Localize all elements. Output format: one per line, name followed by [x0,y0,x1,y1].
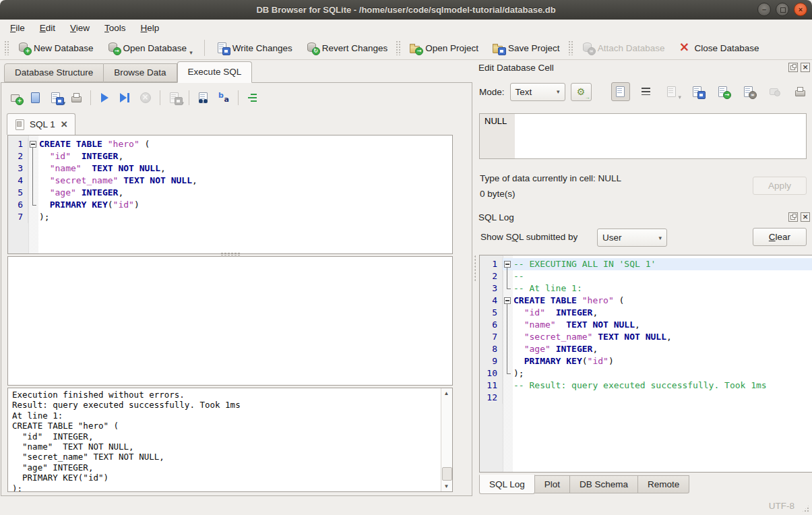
copy-cell-link-button[interactable] [739,82,758,101]
export-cell-data-badge [723,91,731,99]
save-cell-data-button[interactable] [688,82,707,101]
main-area: Database StructureBrowse DataExecute SQL… [0,59,812,497]
maximize-button[interactable] [776,3,789,16]
write-changes-button[interactable]: Write Changes [210,38,299,58]
menu-edit[interactable]: Edit [32,20,63,36]
word-wrap-button[interactable] [637,82,656,101]
sql-tab-sql1[interactable]: SQL 1 ✕ [7,113,75,135]
code-text: "id" INTEGER, [512,307,598,319]
minimize-button[interactable]: – [757,3,771,16]
mode-label: Mode: [479,87,505,97]
text-mode-button[interactable] [611,82,630,101]
scrollbar-thumb[interactable] [442,467,452,481]
open-sql-file-icon [30,92,42,104]
resize-grip[interactable] [801,504,810,513]
tab-execute-sql[interactable]: Execute SQL [177,61,253,83]
save-results-badge [175,97,183,105]
open-project-button[interactable]: Open Project [402,38,485,58]
open-cell-data-icon [666,86,678,98]
title-bar[interactable]: DB Browser for SQLite - /home/user/code/… [0,0,812,20]
sql-log-view[interactable]: 1-- EXECUTING ALL IN 'SQL 1'2--3-- At li… [479,255,812,473]
code-line: 2-- [480,270,812,282]
cell-value: NULL [480,114,511,128]
execute-current-line-button[interactable] [115,88,135,107]
execution-log-scrollbar[interactable]: ▲ ▼ [441,388,452,491]
menu-help[interactable]: Help [133,20,167,36]
menu-file[interactable]: File [3,20,32,36]
auto-format-button[interactable] [243,88,263,107]
submitted-by-select[interactable]: User ▾ [597,229,667,247]
cell-value-editor[interactable]: NULL [479,113,807,159]
close-button[interactable]: × [794,3,807,16]
toolbar-separator [204,40,205,56]
code-line: 1CREATE TABLE "hero" ( [8,138,452,150]
dock-tab-plot[interactable]: Plot [535,475,570,493]
toolbar-separator [160,90,160,105]
close-tab-icon[interactable]: ✕ [61,119,68,129]
save-results-button: ▾ [164,88,185,107]
execute-all-button[interactable] [95,88,115,107]
code-line: 6 "name" TEXT NOT NULL, [480,319,812,331]
fold-marker-icon [503,282,512,295]
code-line: 7); [8,211,452,223]
dock-tab-db-schema[interactable]: DB Schema [570,475,638,493]
execution-log[interactable]: Execution finished without errors. Resul… [7,388,453,492]
toolbar-handle[interactable] [568,40,573,55]
sql-editor[interactable]: 1CREATE TABLE "hero" (2 "id" INTEGER,3 "… [7,135,453,254]
fold-marker-icon[interactable] [28,138,38,150]
execute-current-line-icon [119,92,131,104]
dropdown-arrow-icon[interactable]: ▾ [189,49,193,56]
print-sql-button[interactable] [66,88,86,107]
open-sql-file-button[interactable] [26,88,46,107]
open-cell-data-button: ▾ [662,82,681,101]
find-button[interactable] [193,88,214,107]
line-number: 1 [8,138,28,150]
revert-changes-button[interactable]: Revert Changes [299,38,395,58]
mode-select[interactable]: Text ▾ [510,83,565,101]
stop-execution-button [135,88,156,107]
print-sql-icon [70,92,82,104]
float-dock-icon[interactable] [788,212,798,222]
save-sql-file-button[interactable]: ▾ [46,88,66,107]
replace-button[interactable] [214,88,234,107]
close-dock-icon[interactable] [801,212,810,222]
dock-tab-remote[interactable]: Remote [638,475,689,493]
chevron-down-icon: ▾ [658,235,662,241]
line-number: 6 [8,199,28,211]
dock-tab-sql-log[interactable]: SQL Log [479,475,535,494]
results-pane[interactable] [7,256,453,386]
float-dock-icon[interactable] [788,63,798,72]
export-cell-data-button[interactable] [714,82,732,101]
fold-marker-icon [28,187,38,199]
line-number: 4 [8,175,28,187]
save-project-button[interactable]: Save Project [485,38,567,58]
fold-marker-icon[interactable] [503,258,512,270]
close-dock-icon[interactable] [801,63,810,72]
code-text: -- EXECUTING ALL IN 'SQL 1' [512,258,656,270]
text-mode-icon [615,86,627,98]
edit-cell-toolbar: Mode: Text ▾ ▾ [479,82,809,102]
fold-marker-icon [28,162,38,175]
menu-view[interactable]: View [63,20,97,36]
new-database-button[interactable]: New Database [11,38,100,58]
dock-tab-bar: SQL LogPlotDB SchemaRemote [479,475,689,495]
close-database-button[interactable]: Close Database [671,38,766,58]
main-toolbar: New DatabaseOpen Database▾Write ChangesR… [0,36,812,60]
line-number: 1 [480,258,503,270]
tab-browse-data[interactable]: Browse Data [104,63,177,82]
print-cell-button[interactable] [790,82,809,101]
clear-button[interactable]: Clear [753,228,807,246]
toolbar-handle[interactable] [396,40,401,55]
scroll-down-icon[interactable]: ▼ [441,481,451,491]
new-sql-tab-button[interactable] [5,88,26,107]
menu-tools[interactable]: Tools [97,20,133,36]
fold-marker-icon[interactable] [503,295,512,307]
revert-changes-label: Revert Changes [322,43,388,53]
cell-type-info: Type of data currently in cell: NULL [480,173,621,183]
scroll-up-icon[interactable]: ▲ [441,388,451,398]
auto-apply-button[interactable] [571,83,592,101]
toolbar-handle[interactable] [4,40,9,55]
close-database-icon [678,42,690,54]
open-database-button[interactable]: Open Database▾ [100,38,199,58]
tab-database-structure[interactable]: Database Structure [4,63,104,82]
